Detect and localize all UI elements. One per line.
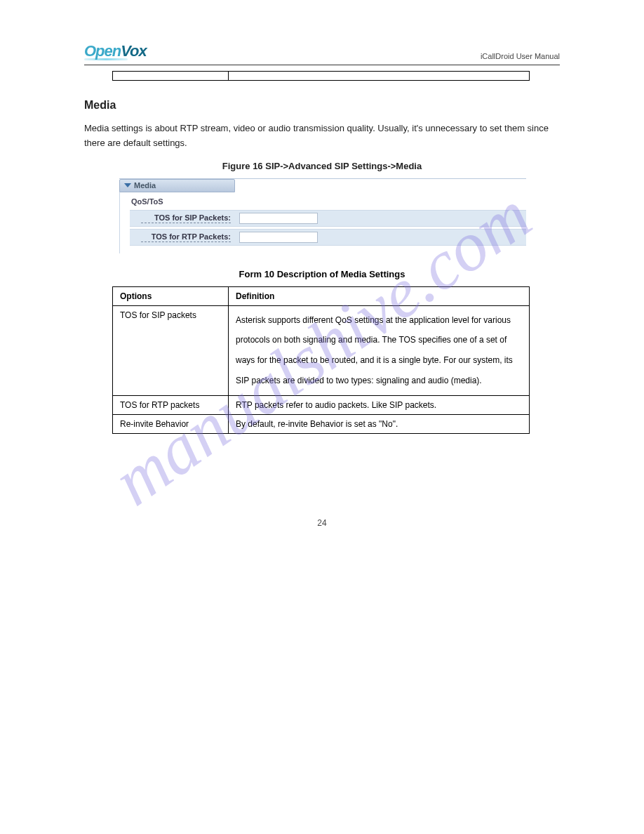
- table-row: Options Definition: [113, 286, 530, 305]
- table2-caption: Form 10 Description of Media Settings: [84, 269, 560, 279]
- table-row: TOS for SIP packets Asterisk supports di…: [113, 305, 530, 395]
- table-top: [112, 71, 530, 81]
- media-figure: Media QoS/ToS TOS for SIP Packets: TOS f…: [119, 178, 526, 253]
- header-right-text: iCallDroid User Manual: [481, 52, 560, 60]
- rtp-label: TOS for RTP Packets:: [141, 232, 231, 242]
- page-header: OpenVox iCallDroid User Manual: [84, 42, 560, 65]
- media-panel-header[interactable]: Media: [119, 179, 235, 192]
- chevron-down-icon: [124, 183, 131, 187]
- header-options: Options: [113, 286, 229, 305]
- page-container: OpenVox iCallDroid User Manual Media Med…: [0, 0, 644, 696]
- table-row: [113, 72, 530, 81]
- logo-vox: Vox: [121, 42, 147, 60]
- cell-option: [113, 72, 229, 81]
- logo: OpenVox: [84, 42, 147, 60]
- table-row: Re-invite Behavior By default, re-invite…: [113, 414, 530, 433]
- row-rtp: TOS for RTP Packets:: [130, 229, 526, 246]
- cell-definition: RTP packets refer to audio packets. Like…: [229, 395, 530, 414]
- page-number: 24: [84, 518, 560, 528]
- qos-tos-label: QoS/ToS: [130, 195, 526, 208]
- sip-label: TOS for SIP Packets:: [141, 213, 231, 223]
- header-definition: Definition: [229, 286, 530, 305]
- section-text: Media settings is about RTP stream, vide…: [84, 121, 560, 151]
- cell-option: TOS for RTP packets: [113, 395, 229, 414]
- media-panel-title: Media: [134, 181, 156, 190]
- media-panel-body: QoS/ToS TOS for SIP Packets: TOS for RTP…: [119, 192, 526, 253]
- figure-caption: Figure 16 SIP->Advanced SIP Settings->Me…: [84, 161, 560, 171]
- bottom-spacer: [84, 528, 560, 654]
- sip-input[interactable]: [239, 213, 318, 224]
- rtp-input[interactable]: [239, 232, 318, 243]
- cell-option: TOS for SIP packets: [113, 305, 229, 395]
- logo-block: OpenVox: [84, 42, 147, 60]
- row-sip: TOS for SIP Packets:: [130, 210, 526, 227]
- cell-definition: By default, re-invite Behavior is set as…: [229, 414, 530, 433]
- section-title: Media: [84, 99, 560, 112]
- cell-definition: Asterisk supports different QoS settings…: [229, 305, 530, 395]
- logo-open: Open: [84, 42, 121, 60]
- cell-definition: [229, 72, 530, 81]
- table-media-settings: Options Definition TOS for SIP packets A…: [112, 286, 530, 434]
- cell-option: Re-invite Behavior: [113, 414, 229, 433]
- table-row: TOS for RTP packets RTP packets refer to…: [113, 395, 530, 414]
